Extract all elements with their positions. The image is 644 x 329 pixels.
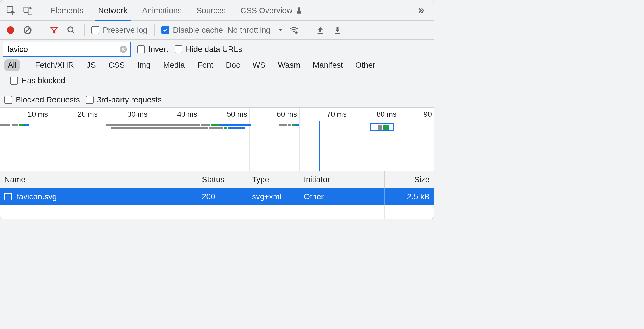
type-img[interactable]: Img [134,59,154,71]
checkbox-icon [91,26,99,34]
cell-name: favicon.svg [0,188,198,205]
separator [26,60,26,70]
timeline-bar [209,127,223,129]
tab-elements[interactable]: Elements [43,0,90,21]
type-filter-row: All Fetch/XHR JS CSS Img Media Font Doc … [0,59,434,107]
timeline-bar [224,127,227,129]
type-manifest[interactable]: Manifest [309,59,346,71]
hide-data-urls-label: Hide data URLs [186,45,242,54]
has-blocked-checkbox[interactable]: Has blocked [10,76,65,85]
clear-button[interactable] [21,24,34,36]
record-button[interactable] [4,24,17,36]
type-ws[interactable]: WS [249,59,269,71]
filter-bar: Invert Hide data URLs [0,40,434,59]
separator [307,24,307,36]
throttling-select[interactable]: No throttling [227,26,283,35]
table-row[interactable]: favicon.svg 200 svg+xml Other 2.5 kB [0,188,434,205]
preserve-log-label: Preserve log [103,26,147,35]
chevron-down-icon [278,28,283,33]
devtools-tabstrip: Elements Network Animations Sources CSS … [0,0,434,21]
tab-label: Animations [142,6,182,15]
load-line [362,121,362,171]
download-har-icon[interactable] [331,24,344,36]
timeline-bar [228,127,245,129]
tab-label: CSS Overview [241,6,292,15]
col-name[interactable]: Name [0,171,198,188]
type-all[interactable]: All [4,59,20,71]
invert-checkbox[interactable]: Invert [137,45,168,54]
svg-point-5 [295,31,298,34]
col-type[interactable]: Type [248,171,300,188]
checkbox-icon [137,45,145,53]
filter-toggle-icon[interactable] [48,24,60,36]
has-blocked-label: Has blocked [21,76,65,85]
separator [40,5,40,16]
cell-size: 2.5 kB [385,188,434,205]
type-css[interactable]: CSS [105,59,128,71]
type-media[interactable]: Media [160,59,188,71]
disable-cache-checkbox[interactable]: Disable cache [161,26,223,35]
blocked-requests-label: Blocked Requests [16,95,80,104]
inspect-element-icon[interactable] [3,3,19,18]
tabs-overflow-icon[interactable] [411,6,431,15]
cell-type: svg+xml [248,188,300,205]
col-status[interactable]: Status [198,171,248,188]
third-party-checkbox[interactable]: 3rd-party requests [86,95,162,104]
timeline-overview[interactable]: 10 ms 20 ms 30 ms 40 ms 50 ms 60 ms 70 m… [0,107,434,171]
upload-har-icon[interactable] [314,24,327,36]
network-conditions-icon[interactable] [288,24,300,36]
timeline-ticks: 10 ms 20 ms 30 ms 40 ms 50 ms 60 ms 70 m… [0,108,434,171]
svg-rect-7 [335,33,340,34]
timeline-selection[interactable] [370,123,394,131]
type-js[interactable]: JS [83,59,99,71]
search-icon[interactable] [65,24,77,36]
col-initiator[interactable]: Initiator [300,171,385,188]
timeline-bar [0,124,10,126]
svg-rect-2 [28,9,32,15]
clear-filter-icon[interactable] [119,45,127,53]
preserve-log-checkbox[interactable]: Preserve log [91,26,147,35]
svg-point-4 [68,27,73,32]
separator [154,24,155,36]
network-toolbar: Preserve log Disable cache No throttling [0,21,434,40]
type-other[interactable]: Other [352,59,379,71]
tab-label: Elements [50,6,83,15]
timeline-bar [211,124,220,126]
hide-data-urls-checkbox[interactable]: Hide data URLs [175,45,242,54]
type-fetch-xhr[interactable]: Fetch/XHR [32,59,77,71]
throttling-label: No throttling [227,26,270,35]
timeline-bar [24,124,29,126]
checkbox-icon [175,45,182,53]
col-size[interactable]: Size [385,171,434,188]
tab-label: Sources [196,6,226,15]
record-icon [7,26,14,34]
tab-label: Network [98,6,128,15]
tab-sources[interactable]: Sources [190,0,233,21]
file-icon [4,193,12,200]
timeline-bar [288,124,291,126]
table-row-empty [0,205,434,219]
device-toggle-icon[interactable] [20,3,36,18]
invert-label: Invert [148,45,168,54]
checkbox-icon [161,26,169,34]
tab-animations[interactable]: Animations [135,0,188,21]
tab-network[interactable]: Network [91,0,134,21]
table-header: Name Status Type Initiator Size [0,171,434,188]
type-wasm[interactable]: Wasm [274,59,303,71]
timeline-bar [279,124,287,126]
disable-cache-label: Disable cache [173,26,223,35]
filter-input[interactable] [7,45,119,54]
blocked-requests-checkbox[interactable]: Blocked Requests [4,95,80,104]
tab-css-overview[interactable]: CSS Overview [234,0,309,21]
timeline-bar [111,127,208,129]
type-font[interactable]: Font [194,59,217,71]
checkbox-icon [10,77,18,85]
timeline-bar [201,124,210,126]
cell-status: 200 [198,188,248,205]
timeline-bar [106,124,200,126]
type-doc[interactable]: Doc [222,59,243,71]
timeline-bar [292,124,295,126]
checkbox-icon [86,96,94,104]
third-party-label: 3rd-party requests [97,95,162,104]
flask-icon [295,7,303,14]
